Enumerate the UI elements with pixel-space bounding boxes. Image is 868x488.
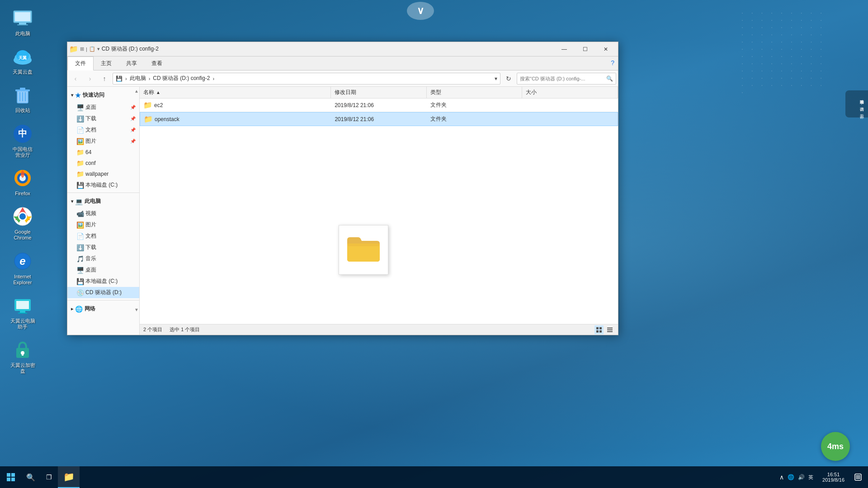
taskbar-clock[interactable]: 16:51 2019/8/16 <box>819 466 848 488</box>
right-panel-dept[interactable]: 部工 <box>848 109 866 113</box>
forward-button[interactable]: › <box>84 72 96 85</box>
firefox-label: Firefox <box>15 191 30 197</box>
address-current-dir[interactable]: CD 驱动器 (D:) config-2 <box>153 75 210 82</box>
col-type[interactable]: 类型 <box>427 87 523 98</box>
sidebar-item-documents[interactable]: 📄 文档 📌 <box>67 124 139 136</box>
sidebar-scroll-up[interactable]: ▲ <box>134 89 139 94</box>
up-button[interactable]: ↑ <box>98 72 111 85</box>
svg-point-22 <box>19 213 26 220</box>
address-dropdown-icon[interactable]: ▾ <box>495 75 497 82</box>
sidebar-music-icon: 🎵 <box>76 255 84 263</box>
minimize-button[interactable]: — <box>554 42 575 56</box>
status-selected: 选中 1 个项目 <box>170 326 200 333</box>
sidebar-documents-icon: 📄 <box>76 127 84 134</box>
sidebar-item-local-c[interactable]: 💾 本地磁盘 (C:) <box>67 179 139 191</box>
sidebar-item-cd-drive[interactable]: 💿 CD 驱动器 (D:) <box>67 287 139 298</box>
tab-view[interactable]: 查看 <box>144 56 170 70</box>
desktop-icon-chrome[interactable]: Google Chrome <box>5 203 41 244</box>
right-panel-read[interactable]: 阅读助手 <box>848 95 866 99</box>
status-item-count: 2 个项目 <box>143 326 162 333</box>
sidebar-item-pictures[interactable]: 🖼️ 图片 📌 <box>67 136 139 147</box>
sidebar-item-64[interactable]: 📁 64 <box>67 147 139 158</box>
sidebar-item-desktop[interactable]: 🖥️ 桌面 📌 <box>67 102 139 113</box>
help-button[interactable]: ? <box>607 56 618 70</box>
search-bar[interactable]: 🔍 <box>517 73 616 84</box>
taskbar-search[interactable]: 🔍 <box>22 466 40 488</box>
right-panel: 阅读助手 请勿 部工 <box>845 90 868 117</box>
taskbar-file-explorer-icon: 📁 <box>63 471 75 482</box>
sidebar-documents-pin: 📌 <box>130 127 136 132</box>
svg-rect-33 <box>599 327 602 329</box>
close-button[interactable]: ✕ <box>595 42 616 56</box>
desktop-icon-tianyi-secret[interactable]: 天翼云加密 盘 <box>5 336 41 377</box>
sidebar-this-pc-header[interactable]: ▾ 💻 此电脑 <box>67 195 139 208</box>
refresh-button[interactable]: ↻ <box>502 72 515 85</box>
address-this-pc[interactable]: 此电脑 <box>130 75 146 82</box>
this-pc-collapse-icon: ▾ <box>71 199 73 204</box>
col-size[interactable]: 大小 <box>522 87 618 98</box>
sidebar-item-downloads-pc[interactable]: ⬇️ 下载 <box>67 242 139 253</box>
sidebar-item-wallpaper[interactable]: 📁 wallpaper <box>67 169 139 179</box>
maximize-button[interactable]: ☐ <box>575 42 595 56</box>
folder-popup-icon <box>345 231 382 269</box>
desktop-icon-tianyi-assist[interactable]: 天翼云电脑 助手 <box>5 292 41 333</box>
tab-share[interactable]: 共享 <box>119 56 144 70</box>
sidebar-conf-label: conf <box>85 160 96 166</box>
table-row[interactable]: 📁 ec2 2019/8/12 21:06 文件夹 <box>140 99 618 112</box>
sidebar-item-downloads[interactable]: ⬇️ 下载 📌 <box>67 113 139 124</box>
svg-rect-34 <box>596 330 599 333</box>
address-bar[interactable]: 💾 › 此电脑 › CD 驱动器 (D:) config-2 › ▾ <box>113 73 500 84</box>
list-view-button[interactable] <box>605 325 614 334</box>
main-content: ▲ ▾ ★ 快速访问 🖥️ 桌面 📌 ⬇️ 下载 📌 📄 文档 📌 <box>67 87 618 335</box>
tab-file[interactable]: 文件 <box>67 56 94 70</box>
sidebar-item-documents-pc[interactable]: 📄 文档 <box>67 230 139 242</box>
desktop-icon-recycle-bin[interactable]: 回收站 <box>5 81 41 116</box>
sidebar-desktop-label: 桌面 <box>85 103 96 111</box>
sidebar-network-header[interactable]: ▸ 🌐 网络 <box>67 302 139 315</box>
clock-time: 16:51 <box>827 472 840 477</box>
tray-network-icon[interactable]: 🌐 <box>788 474 794 480</box>
desktop-icon-firefox[interactable]: Firefox <box>5 164 41 199</box>
sidebar-pictures-pc-label: 图片 <box>85 221 96 229</box>
search-input[interactable] <box>520 76 606 81</box>
china-telecom-icon: 中 <box>12 123 33 145</box>
grid-view-button[interactable] <box>594 325 604 334</box>
sidebar-cd-icon: 💿 <box>76 289 84 296</box>
this-pc-label: 此电脑 <box>85 197 101 205</box>
sidebar-pictures-pc-icon: 🖼️ <box>76 221 84 229</box>
sidebar-item-desktop-pc[interactable]: 🖥️ 桌面 <box>67 264 139 276</box>
taskbar-notification[interactable] <box>850 466 866 488</box>
back-button[interactable]: ‹ <box>69 72 82 85</box>
tab-home[interactable]: 主页 <box>94 56 119 70</box>
tray-chevron[interactable]: ∧ <box>779 474 784 481</box>
taskbar-task-view[interactable]: ❐ <box>40 466 58 488</box>
desktop-icon-china-telecom[interactable]: 中 中国电信 营业厅 <box>5 120 41 161</box>
svg-rect-11 <box>20 88 25 89</box>
desktop-icon-tianyi-cloud[interactable]: 天翼 天翼云盘 <box>5 43 41 78</box>
desktop-icon-ie[interactable]: e Internet Explorer <box>5 248 41 288</box>
right-panel-dnd[interactable]: 请勿 <box>848 102 866 106</box>
taskbar-app-file-explorer[interactable]: 📁 <box>58 466 80 488</box>
titlebar-controls: — ☐ ✕ <box>554 42 616 56</box>
desktop-icon-my-computer[interactable]: 此电脑 <box>5 5 41 39</box>
col-date[interactable]: 修改日期 <box>331 87 427 98</box>
nav-bar: ‹ › ↑ 💾 › 此电脑 › CD 驱动器 (D:) config-2 › ▾… <box>67 70 618 87</box>
svg-rect-37 <box>607 329 613 330</box>
file-size-ec2 <box>522 99 618 112</box>
chrome-label: Google Chrome <box>14 229 31 241</box>
sidebar-item-conf[interactable]: 📁 conf <box>67 158 139 169</box>
sidebar-scroll-down[interactable]: ▼ <box>134 307 139 312</box>
file-list-content: 📁 ec2 2019/8/12 21:06 文件夹 📁 openstack 20… <box>140 99 618 324</box>
sidebar-local-c-label: 本地磁盘 (C:) <box>85 181 118 189</box>
table-row[interactable]: 📁 openstack 2019/8/12 21:06 文件夹 <box>140 112 618 126</box>
sidebar-item-videos[interactable]: 📹 视频 <box>67 208 139 219</box>
sidebar-item-local-disk-c[interactable]: 💾 本地磁盘 (C:) <box>67 276 139 287</box>
sidebar-quick-access-header[interactable]: ▾ ★ 快速访问 <box>67 89 139 102</box>
start-button[interactable] <box>0 466 22 488</box>
sidebar-item-music[interactable]: 🎵 音乐 <box>67 253 139 264</box>
desktop-chevron[interactable]: ∨ <box>407 2 434 20</box>
col-name[interactable]: 名称 ▲ <box>140 87 331 98</box>
sidebar-item-pictures-pc[interactable]: 🖼️ 图片 <box>67 219 139 230</box>
tray-lang[interactable]: 英 <box>808 474 813 481</box>
tray-volume-icon[interactable]: 🔊 <box>798 474 805 480</box>
